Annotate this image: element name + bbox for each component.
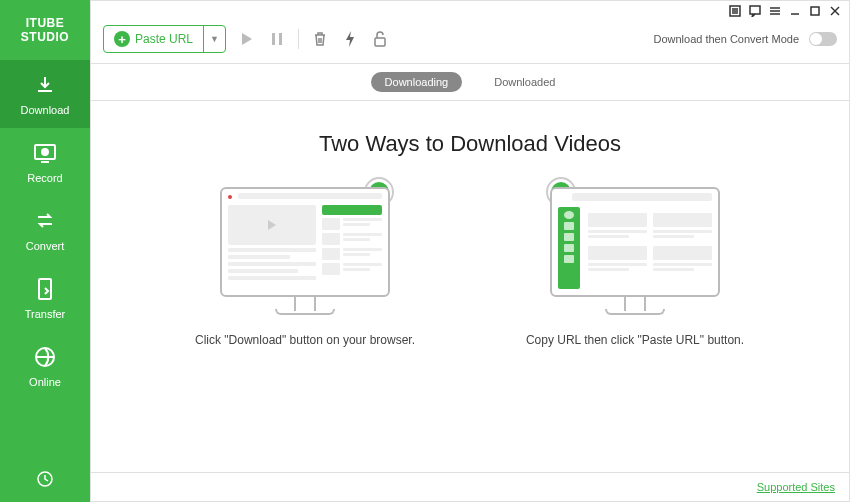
maximize-icon[interactable] [809, 5, 821, 17]
content: Two Ways to Download Videos ↓ Click "Dow… [91, 101, 849, 472]
app-window: ITUBE STUDIO Download Record Convert Tra… [0, 0, 850, 502]
titlebar [91, 1, 849, 21]
pause-icon[interactable] [268, 30, 286, 48]
sidebar-item-transfer[interactable]: Transfer [0, 264, 90, 332]
svg-point-1 [42, 149, 48, 155]
screen-illustration [220, 187, 390, 297]
turbo-icon[interactable] [341, 30, 359, 48]
supported-sites-link[interactable]: Supported Sites [757, 481, 835, 493]
convert-mode-toggle[interactable] [809, 32, 837, 46]
screen-illustration [550, 187, 720, 297]
sidebar: ITUBE STUDIO Download Record Convert Tra… [0, 0, 90, 502]
convert-icon [31, 208, 59, 234]
app-logo: ITUBE STUDIO [0, 0, 90, 60]
convert-mode-label: Download then Convert Mode [653, 33, 799, 45]
sidebar-item-label: Online [29, 376, 61, 388]
toolbar-divider [298, 29, 299, 49]
sidebar-item-label: Convert [26, 240, 65, 252]
play-icon[interactable] [238, 30, 256, 48]
sidebar-item-record[interactable]: Record [0, 128, 90, 196]
download-icon [31, 72, 59, 98]
method-paste-url: + Copy URL then click "Paste URL" button… [515, 187, 755, 349]
menu-icon[interactable] [769, 5, 781, 17]
monitor-illustration: ↓ [220, 187, 390, 315]
notes-icon[interactable] [729, 5, 741, 17]
method-caption: Copy URL then click "Paste URL" button. [526, 331, 744, 349]
svg-rect-20 [375, 38, 385, 46]
svg-rect-10 [750, 6, 760, 14]
sidebar-item-convert[interactable]: Convert [0, 196, 90, 264]
feedback-icon[interactable] [749, 5, 761, 17]
sidebar-item-label: Record [27, 172, 62, 184]
tab-downloading[interactable]: Downloading [371, 72, 463, 92]
toolbar-right: Download then Convert Mode [653, 32, 837, 46]
transfer-icon [31, 276, 59, 302]
minimize-icon[interactable] [789, 5, 801, 17]
tab-downloaded[interactable]: Downloaded [480, 72, 569, 92]
svg-rect-15 [811, 7, 819, 15]
sidebar-item-online[interactable]: Online [0, 332, 90, 400]
paste-url-label: Paste URL [135, 32, 193, 46]
plus-icon: + [114, 31, 130, 47]
svg-rect-18 [272, 33, 275, 45]
methods-row: ↓ Click "Download" button on your browse… [185, 187, 755, 349]
unlock-icon[interactable] [371, 30, 389, 48]
paste-url-group: + Paste URL ▼ [103, 25, 226, 53]
online-icon [31, 344, 59, 370]
sidebar-item-download[interactable]: Download [0, 60, 90, 128]
monitor-illustration: + [550, 187, 720, 315]
sidebar-footer [0, 460, 90, 502]
sidebar-item-label: Download [21, 104, 70, 116]
sidebar-item-label: Transfer [25, 308, 66, 320]
paste-url-dropdown[interactable]: ▼ [203, 26, 225, 52]
method-browser: ↓ Click "Download" button on your browse… [185, 187, 425, 349]
close-icon[interactable] [829, 5, 841, 17]
tabs: Downloading Downloaded [91, 64, 849, 101]
content-heading: Two Ways to Download Videos [319, 131, 621, 157]
svg-rect-19 [279, 33, 282, 45]
toolbar: + Paste URL ▼ Download then Convert Mode [91, 21, 849, 64]
record-icon [31, 140, 59, 166]
paste-url-button[interactable]: + Paste URL [104, 26, 203, 52]
delete-icon[interactable] [311, 30, 329, 48]
footer: Supported Sites [91, 472, 849, 501]
method-caption: Click "Download" button on your browser. [195, 331, 415, 349]
clock-icon[interactable] [36, 470, 54, 492]
main-panel: + Paste URL ▼ Download then Convert Mode… [90, 0, 850, 502]
